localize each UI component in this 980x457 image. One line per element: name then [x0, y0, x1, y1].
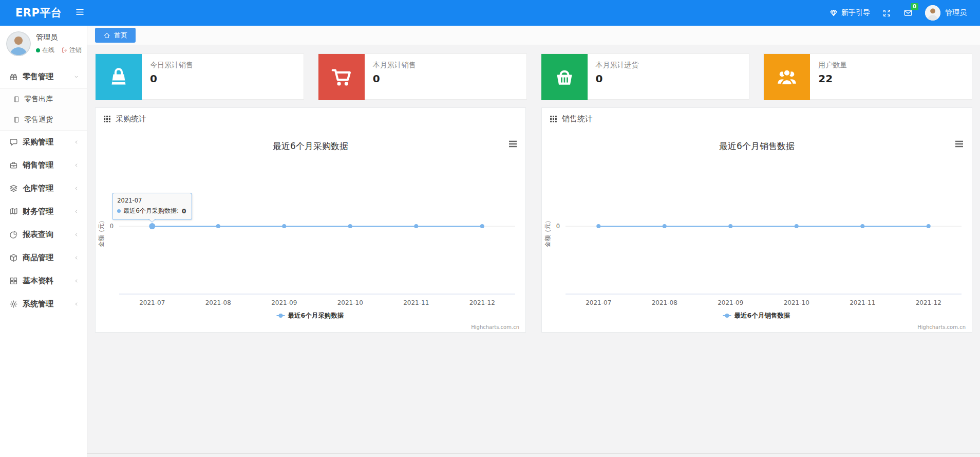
sidebar-item-label: 基本资料: [23, 276, 71, 286]
tooltip-label: 最近6个月采购数据:: [123, 207, 179, 215]
chevron-left-icon: [73, 186, 79, 191]
stat-card-month-purchase[interactable]: 本月累计进货0: [541, 53, 750, 100]
data-point[interactable]: [860, 224, 864, 228]
data-point[interactable]: [414, 224, 418, 228]
chevron-left-icon: [73, 255, 79, 261]
tab-home[interactable]: 首页: [95, 28, 136, 43]
messages-button[interactable]: 0: [903, 8, 913, 17]
sidebar-item-finance-management[interactable]: 财务管理: [0, 200, 87, 223]
x-tick-label: 2021-10: [784, 299, 809, 306]
logout-label: 注销: [69, 46, 82, 54]
sidebar-item-warehouse-management[interactable]: 仓库管理: [0, 177, 87, 200]
chart-menu-button[interactable]: [509, 141, 517, 147]
breadcrumb: 首页: [87, 26, 980, 45]
chart-title: 最近6个月采购数据: [273, 141, 348, 151]
chevron-left-icon: [73, 139, 79, 145]
sidebar-toggle-button[interactable]: [75, 7, 85, 19]
data-point[interactable]: [480, 224, 484, 228]
pie-icon: [9, 230, 18, 239]
navbar-right: 新手引导 0 管理员: [830, 5, 980, 21]
layers-icon: [9, 184, 18, 193]
avatar: [6, 31, 31, 56]
stat-title: 用户数量: [818, 61, 847, 70]
main-content: 首页 今日累计销售0本月累计销售0本月累计进货0用户数量22 采购统计 最近6个…: [87, 26, 980, 457]
sales-stats-panel: 销售统计 最近6个月销售数据金额（元）02021-072021-082021-0…: [541, 107, 972, 333]
legend-item[interactable]: 最近6个月采购数据: [277, 312, 344, 319]
users-icon: [764, 54, 810, 100]
online-status-icon: [36, 48, 40, 52]
gift-icon: [9, 72, 18, 81]
sidebar-item-label: 采购管理: [23, 137, 71, 147]
sidebar-user-panel: 管理员 在线 注销: [0, 26, 87, 62]
x-tick-label: 2021-09: [718, 299, 743, 306]
sidebar-item-label: 销售管理: [23, 160, 71, 170]
fullscreen-button[interactable]: [882, 9, 891, 17]
line-chart[interactable]: 最近6个月销售数据金额（元）02021-072021-082021-092021…: [542, 129, 972, 332]
highcharts-credits[interactable]: Highcharts.com.cn: [471, 324, 519, 330]
stat-card-today-sales[interactable]: 今日累计销售0: [95, 53, 304, 100]
data-point[interactable]: [596, 224, 600, 228]
panel-title: 采购统计: [116, 114, 146, 124]
sidebar-item-label: 零售出库: [24, 95, 53, 104]
legend-label: 最近6个月采购数据: [288, 312, 344, 319]
stat-card-month-sales[interactable]: 本月累计销售0: [318, 53, 527, 100]
legend-item[interactable]: 最近6个月销售数据: [723, 312, 790, 319]
sidebar-item-purchase-management[interactable]: 采购管理: [0, 131, 87, 154]
novice-guide-button[interactable]: 新手引导: [830, 8, 870, 17]
briefcase-icon: [9, 161, 18, 170]
stat-title: 本月累计销售: [373, 61, 416, 70]
file-icon: [13, 96, 20, 103]
basket-icon: [541, 54, 588, 100]
series-dot-icon: [117, 209, 121, 213]
y-axis-title: 金额（元）: [98, 217, 105, 247]
sidebar-item-goods-management[interactable]: 商品管理: [0, 246, 87, 269]
line-chart[interactable]: 最近6个月采购数据金额（元）02021-072021-082021-092021…: [96, 129, 525, 332]
x-tick-label: 2021-08: [652, 299, 677, 306]
chevron-left-icon: [73, 278, 79, 284]
sidebar-item-system-management[interactable]: 系统管理: [0, 293, 87, 316]
user-menu[interactable]: 管理员: [925, 5, 967, 21]
purchase-stats-panel: 采购统计 最近6个月采购数据金额（元）02021-072021-082021-0…: [95, 107, 526, 333]
messages-badge: 0: [911, 3, 918, 10]
logout-link[interactable]: 注销: [61, 46, 82, 54]
data-point[interactable]: [348, 224, 352, 228]
sidebar-item-basic-data[interactable]: 基本资料: [0, 269, 87, 293]
sidebar-item-label: 商品管理: [23, 253, 71, 263]
sidebar-item-retail-return[interactable]: 零售退货: [0, 109, 87, 130]
sidebar-item-label: 报表查询: [23, 230, 71, 240]
sidebar-item-sales-management[interactable]: 销售管理: [0, 154, 87, 177]
sidebar-submenu-retail-management: 零售出库零售退货: [0, 88, 87, 131]
y-tick-label: 0: [556, 223, 560, 230]
data-point[interactable]: [282, 224, 286, 228]
stat-card-user-count[interactable]: 用户数量22: [763, 53, 972, 100]
top-navbar: ERP平台 新手引导 0 管理员: [0, 0, 980, 26]
gear-icon: [9, 300, 18, 308]
sidebar-item-retail-management[interactable]: 零售管理: [0, 65, 87, 88]
x-tick-label: 2021-11: [403, 299, 429, 306]
stat-title: 今日累计销售: [150, 61, 193, 70]
tooltip-date: 2021-07: [117, 197, 187, 204]
stat-title: 本月累计进货: [596, 61, 639, 70]
purchase-chart[interactable]: 最近6个月采购数据金额（元）02021-072021-082021-092021…: [96, 129, 525, 332]
brand-logo[interactable]: ERP平台: [0, 6, 75, 20]
chart-title: 最近6个月销售数据: [719, 141, 795, 151]
grid-icon: [550, 115, 557, 123]
chart-menu-button[interactable]: [955, 141, 963, 147]
panel-header: 采购统计: [96, 108, 525, 129]
data-point[interactable]: [795, 224, 799, 228]
x-tick-label: 2021-11: [850, 299, 875, 306]
stat-value: 0: [150, 72, 193, 85]
cube-icon: [9, 253, 18, 262]
sidebar-item-report-query[interactable]: 报表查询: [0, 223, 87, 246]
chevron-down-icon: [73, 74, 79, 80]
erp-dashboard-page: ERP平台 新手引导 0 管理员 管理员: [0, 0, 980, 457]
chart-tooltip: 2021-07最近6个月采购数据:0: [112, 193, 192, 220]
sidebar-item-retail-outbound[interactable]: 零售出库: [0, 89, 87, 109]
data-point[interactable]: [728, 224, 732, 228]
data-point[interactable]: [216, 224, 220, 228]
highcharts-credits[interactable]: Highcharts.com.cn: [917, 324, 966, 330]
x-tick-label: 2021-09: [271, 299, 297, 306]
sales-chart[interactable]: 最近6个月销售数据金额（元）02021-072021-082021-092021…: [542, 129, 972, 332]
data-point[interactable]: [663, 224, 667, 228]
data-point[interactable]: [927, 224, 931, 228]
